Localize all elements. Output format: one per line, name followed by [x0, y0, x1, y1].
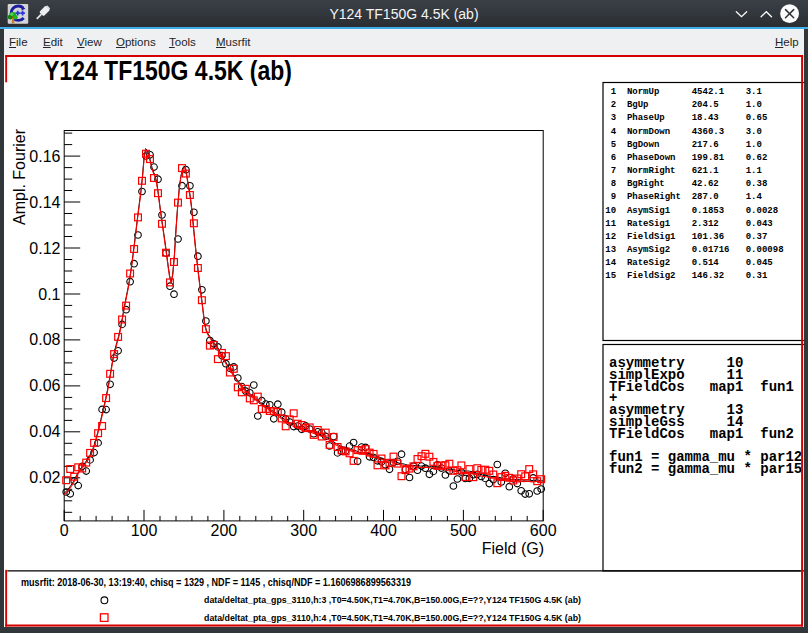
svg-text:6 PhaseDown 199.81 0.62: 6 PhaseDown 199.81 0.62 — [605, 152, 767, 162]
svg-text:500: 500 — [450, 522, 477, 539]
svg-text:data/deltat_pta_gps_3110,h:4 ,: data/deltat_pta_gps_3110,h:4 ,T0=4.50K,T… — [204, 611, 581, 622]
svg-text:Y124 TF150G 4.5K (ab): Y124 TF150G 4.5K (ab) — [44, 56, 292, 86]
svg-text:TFieldCos map1 fun1: TFieldCos map1 fun1 — [609, 378, 794, 394]
svg-text:400: 400 — [370, 522, 397, 539]
svg-text:15 FieldSig2 146.32 0.31: 15 FieldSig2 146.32 0.31 — [605, 271, 768, 281]
svg-text:0: 0 — [60, 522, 69, 539]
svg-text:data/deltat_pta_gps_3110,h:3 ,: data/deltat_pta_gps_3110,h:3 ,T0=4.50K,T… — [204, 594, 581, 605]
svg-text:5 BgDown 217.6 1.0: 5 BgDown 217.6 1.0 — [605, 139, 762, 149]
svg-text:0.06: 0.06 — [29, 377, 60, 394]
svg-text:4 NormDown 4360.3 3.0: 4 NormDown 4360.3 3.0 — [605, 126, 762, 136]
svg-text:9 PhaseRight 287.0 1.4: 9 PhaseRight 287.0 1.4 — [605, 192, 762, 202]
svg-text:0.14: 0.14 — [29, 193, 60, 210]
svg-text:200: 200 — [211, 522, 238, 539]
svg-text:Field (G): Field (G) — [482, 540, 544, 557]
svg-text:12 FieldSig1 101.36 0.37: 12 FieldSig1 101.36 0.37 — [605, 231, 767, 241]
svg-text:14 RateSig2 0.514 0.04: 14 RateSig2 0.514 0.045 — [605, 258, 772, 268]
svg-text:300: 300 — [290, 522, 317, 539]
svg-text:8 BgRight 42.62 0.38: 8 BgRight 42.62 0.38 — [605, 179, 767, 189]
svg-text:0.1: 0.1 — [38, 285, 60, 302]
svg-text:0.02: 0.02 — [29, 469, 60, 486]
svg-text:100: 100 — [131, 522, 158, 539]
svg-text:7 NormRight 621.1 1.1: 7 NormRight 621.1 1.1 — [605, 166, 762, 176]
svg-text:0.12: 0.12 — [29, 239, 60, 256]
svg-text:fun2 = gamma_mu * par15: fun2 = gamma_mu * par15 — [609, 461, 802, 477]
svg-text:3 PhaseUp 18.43 0.65: 3 PhaseUp 18.43 0.65 — [605, 113, 767, 123]
svg-text:musrfit: 2018-06-30, 13:19:40,: musrfit: 2018-06-30, 13:19:40, chisq = 1… — [21, 575, 411, 587]
svg-text:11 RateSig1 2.312 0.04: 11 RateSig1 2.312 0.043 — [605, 218, 772, 228]
svg-text:1 NormUp 4542.1 3.1: 1 NormUp 4542.1 3.1 — [605, 87, 762, 97]
svg-text:0.16: 0.16 — [29, 147, 60, 164]
svg-text:0.04: 0.04 — [29, 423, 60, 440]
svg-text:TFieldCos map1 fun2: TFieldCos map1 fun2 — [609, 425, 794, 441]
svg-text:13 AsymSig2 0.01716 0.00: 13 AsymSig2 0.01716 0.00098 — [605, 245, 783, 255]
svg-text:2 BgUp 204.5 1.0: 2 BgUp 204.5 1.0 — [605, 100, 762, 110]
svg-text:0.08: 0.08 — [29, 331, 60, 348]
svg-text:600: 600 — [530, 522, 557, 539]
svg-text:10 AsymSig1 0.1853 0.00: 10 AsymSig1 0.1853 0.0028 — [605, 205, 778, 215]
svg-text:Ampl. Fourier: Ampl. Fourier — [11, 128, 28, 225]
